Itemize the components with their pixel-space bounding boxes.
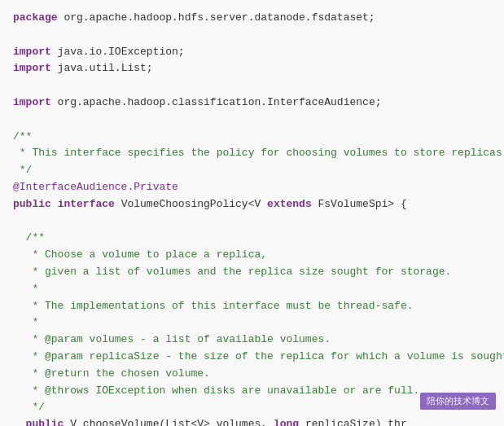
code-line: * @param volumes - a list of available v… — [13, 332, 491, 349]
code-line: * given a list of volumes and the replic… — [13, 264, 491, 281]
empty-line — [13, 27, 491, 44]
code-line: public V chooseVolume(List<V> volumes, l… — [13, 416, 491, 426]
code-line: */ — [13, 399, 491, 416]
code-line: */ — [13, 162, 491, 179]
empty-line — [13, 112, 491, 129]
code-viewer: package org.apache.hadoop.hdfs.server.da… — [0, 0, 504, 426]
code-line: * @throws IOException when disks are una… — [13, 383, 491, 400]
code-line: /** — [13, 230, 491, 247]
code-line: * @return the chosen volume. — [13, 366, 491, 383]
code-line: /** — [13, 129, 491, 146]
code-line: * Choose a volume to place a replica, — [13, 247, 491, 264]
code-line: * The implementations of this interface … — [13, 298, 491, 315]
code-line: * @param replicaSize - the size of the r… — [13, 349, 491, 366]
code-line: public interface VolumeChoosingPolicy<V … — [13, 196, 491, 213]
code-line: * — [13, 281, 491, 298]
code-line: @InterfaceAudience.Private — [13, 179, 491, 196]
code-line: package org.apache.hadoop.hdfs.server.da… — [13, 10, 491, 27]
code-line: import java.util.List; — [13, 60, 491, 77]
code-line: * This interface specifies the policy fo… — [13, 145, 491, 162]
empty-line — [13, 213, 491, 231]
watermark: 陪你的技术博文 — [420, 393, 496, 410]
code-line: * — [13, 314, 491, 332]
code-line: import org.apache.hadoop.classification.… — [13, 94, 491, 112]
empty-line — [13, 77, 491, 94]
code-line: import java.io.IOException; — [13, 44, 491, 61]
